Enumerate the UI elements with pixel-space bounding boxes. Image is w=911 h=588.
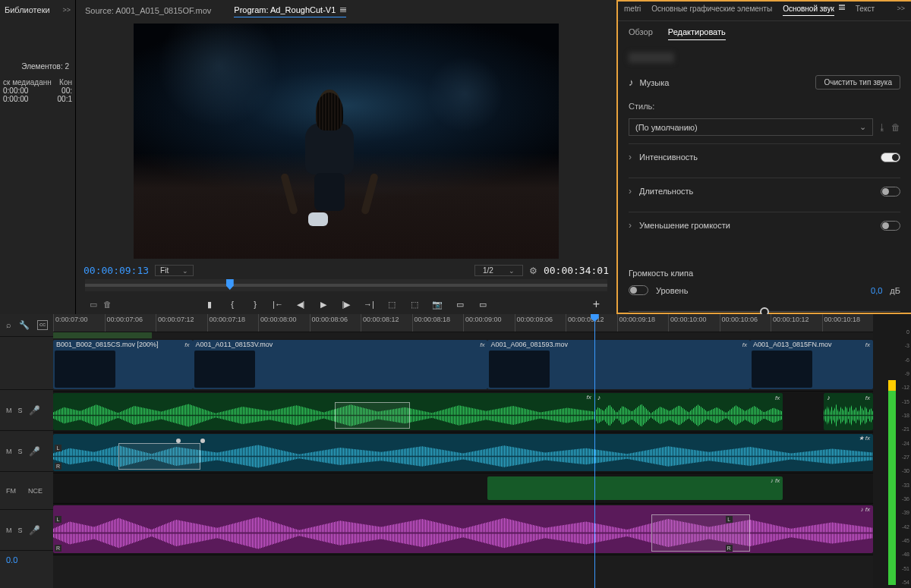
chevron-icon[interactable]: ›: [629, 186, 632, 197]
goto-out-btn[interactable]: →|: [363, 299, 375, 310]
marker-bar[interactable]: [53, 332, 873, 338]
expand-icon[interactable]: >>: [62, 6, 71, 14]
cc-icon[interactable]: cc: [37, 320, 48, 330]
play-btn[interactable]: ▶: [317, 299, 329, 310]
add-btn[interactable]: +: [593, 297, 600, 311]
ruler-tick[interactable]: 00:00:07:18: [207, 314, 259, 332]
audio-track-header-1[interactable]: M S 🎤: [0, 390, 53, 431]
level-toggle[interactable]: [629, 285, 648, 295]
ruler-tick[interactable]: 00:00:07:12: [156, 314, 207, 332]
zoom-dropdown[interactable]: Fit: [155, 265, 194, 276]
ruler-tick[interactable]: 00:00:09:06: [515, 314, 566, 332]
playhead-marker[interactable]: [226, 279, 234, 290]
lumetri-tab[interactable]: metri: [624, 5, 641, 16]
clear-type-button[interactable]: Очистить тип звука: [815, 75, 900, 90]
ruler-tick[interactable]: 00:00:08:06: [310, 314, 361, 332]
ruler-tick[interactable]: 00:00:07:06: [105, 314, 156, 332]
style-dropdown[interactable]: (По умолчанию): [629, 118, 873, 136]
video-preview[interactable]: [134, 24, 559, 259]
mic-icon[interactable]: 🎤: [29, 405, 40, 416]
audio-track-1[interactable]: fx ♪fx ♪fx: [53, 391, 873, 432]
audio-clip[interactable]: fx: [53, 393, 594, 430]
settings-icon[interactable]: ⚙: [529, 266, 537, 276]
resolution-dropdown[interactable]: 1/2: [474, 265, 523, 276]
wrench-icon[interactable]: 🔧: [19, 320, 30, 330]
burger-icon[interactable]: [340, 8, 346, 13]
level-value[interactable]: 0,0: [871, 286, 882, 295]
media-t3[interactable]: 0:00:00: [3, 95, 28, 103]
video-clip[interactable]: A001_A011_08153V.movfx: [193, 340, 488, 389]
mic-icon[interactable]: 🎤: [29, 525, 40, 536]
folder-icon[interactable]: ▭: [90, 300, 97, 310]
edit-subtab[interactable]: Редактировать: [668, 27, 726, 40]
ruler-tick[interactable]: 00:00:09:18: [617, 314, 669, 332]
audio-clip[interactable]: ♪fx: [824, 393, 873, 430]
graphics-tab[interactable]: Основные графические элементы: [651, 5, 772, 16]
delete-icon[interactable]: 🗑: [891, 122, 900, 133]
safe-margin-btn[interactable]: ▭: [477, 299, 489, 310]
audio-clip[interactable]: ♪fx: [594, 393, 783, 430]
ruler-tick[interactable]: 00:00:10:18: [822, 314, 874, 332]
out-btn[interactable]: }: [249, 299, 261, 310]
audio-track-header-fm[interactable]: FM NCE: [0, 472, 53, 510]
audio-track-4[interactable]: ♪ fx L R L R: [53, 504, 873, 555]
ruler-tick[interactable]: 00:00:10:00: [668, 314, 720, 332]
snap-icon[interactable]: ⌕: [6, 320, 11, 330]
burger-icon[interactable]: [839, 5, 845, 16]
ruler-tick[interactable]: 00:00:08:12: [361, 314, 412, 332]
export-frame-btn[interactable]: 📷: [431, 299, 443, 310]
text-tab[interactable]: Текст: [856, 5, 875, 16]
overview-subtab[interactable]: Обзор: [629, 27, 653, 40]
timecode-left[interactable]: 00:00:09:13: [84, 265, 149, 276]
audio-clip[interactable]: ★ fx L R: [53, 434, 873, 471]
video-track[interactable]: B001_B002_0815CS.mov [200%]fx A001_A011_…: [53, 338, 873, 391]
timeline-body[interactable]: 0:00:07:0000:00:07:0600:00:07:1200:00:07…: [53, 314, 873, 588]
timeline-zoom[interactable]: 0.0: [0, 551, 53, 569]
media-t1[interactable]: 0:00:00: [3, 86, 28, 95]
audio-clip[interactable]: ♪ fx L R L R: [53, 505, 873, 553]
lift-btn[interactable]: ⬚: [386, 299, 398, 310]
video-clip[interactable]: B001_B002_0815CS.mov [200%]fx: [53, 340, 193, 389]
style-label: Стиль:: [629, 102, 900, 111]
ruler-tick[interactable]: 00:00:10:06: [720, 314, 771, 332]
video-clip[interactable]: A001_A006_081593.movfx: [487, 340, 750, 389]
scrubber[interactable]: [85, 279, 607, 291]
time-ruler[interactable]: 0:00:07:0000:00:07:0600:00:07:1200:00:07…: [53, 314, 873, 332]
ruler-tick[interactable]: 00:00:08:18: [412, 314, 464, 332]
download-icon[interactable]: ⭳: [878, 122, 887, 133]
ruler-tick[interactable]: 00:00:08:00: [258, 314, 310, 332]
playhead[interactable]: [594, 314, 595, 588]
duration-toggle[interactable]: [881, 187, 900, 197]
video-track-header[interactable]: [0, 337, 53, 390]
marker-btn[interactable]: ▮: [203, 299, 216, 310]
in-btn[interactable]: {: [226, 299, 238, 310]
ruler-tick[interactable]: 00:00:10:12: [771, 314, 822, 332]
chevron-icon[interactable]: ›: [629, 220, 632, 231]
level-unit: дБ: [890, 286, 900, 295]
compare-btn[interactable]: ▭: [454, 299, 466, 310]
goto-in-btn[interactable]: |←: [272, 299, 284, 310]
program-tab[interactable]: Program: Ad_RoughCut-V1: [234, 3, 346, 17]
mic-icon[interactable]: 🎤: [29, 446, 40, 457]
source-tab[interactable]: Source: A001_A015_0815OF.mov: [85, 3, 211, 17]
extract-btn[interactable]: ⬚: [408, 299, 421, 310]
audio-track-header-2[interactable]: M S 🎤: [0, 431, 53, 472]
ruler-tick[interactable]: 0:00:07:00: [53, 314, 105, 332]
audio-clip[interactable]: ♪ fx: [487, 476, 783, 500]
step-back-btn[interactable]: ◀|: [295, 299, 307, 310]
step-fwd-btn[interactable]: |▶: [340, 299, 352, 310]
element-count: Элементов: 2: [3, 62, 72, 71]
trash-icon[interactable]: 🗑: [103, 300, 112, 310]
more-tabs-icon[interactable]: >>: [897, 5, 905, 16]
chevron-icon[interactable]: ›: [629, 152, 632, 162]
sound-tab[interactable]: Основной звук: [783, 5, 834, 16]
video-clip[interactable]: A001_A013_0815FN.movfx: [750, 340, 873, 389]
intensity-toggle[interactable]: [881, 153, 900, 162]
audio-track-2[interactable]: ★ fx L R: [53, 432, 873, 473]
timecode-right[interactable]: 00:00:34:01: [544, 265, 609, 276]
audio-track-3[interactable]: ♪ fx: [53, 473, 873, 504]
timeline: ⌕ 🔧 cc M S 🎤 M S 🎤 FM NCE M S 🎤 0.0 0:00…: [0, 314, 911, 588]
ruler-tick[interactable]: 00:00:09:00: [463, 314, 515, 332]
ducking-toggle[interactable]: [881, 221, 900, 231]
audio-track-header-4[interactable]: M S 🎤: [0, 510, 53, 551]
